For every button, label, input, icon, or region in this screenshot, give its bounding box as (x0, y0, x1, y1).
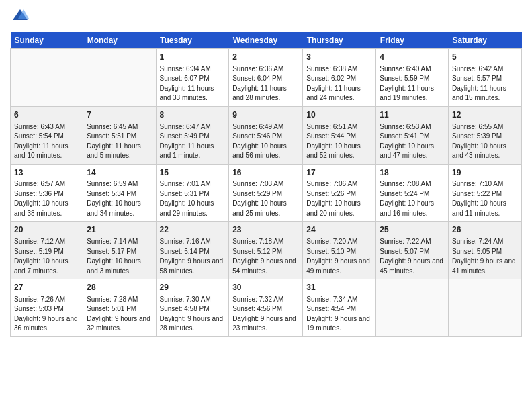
day-cell: 31Sunrise: 7:34 AMSunset: 4:54 PMDayligh… (303, 279, 376, 337)
day-cell: 29Sunrise: 7:30 AMSunset: 4:58 PMDayligh… (156, 279, 229, 337)
day-cell: 8Sunrise: 6:47 AMSunset: 5:49 PMDaylight… (156, 106, 229, 164)
day-detail: Sunrise: 7:22 AMSunset: 5:07 PMDaylight:… (380, 237, 445, 276)
week-row-4: 20Sunrise: 7:12 AMSunset: 5:19 PMDayligh… (11, 222, 522, 279)
day-number: 18 (380, 167, 445, 179)
day-number: 27 (14, 282, 79, 293)
day-cell: 23Sunrise: 7:18 AMSunset: 5:12 PMDayligh… (229, 222, 303, 279)
day-number: 24 (306, 224, 372, 236)
day-detail: Sunrise: 6:42 AMSunset: 5:57 PMDaylight:… (452, 64, 518, 103)
col-header-monday: Monday (83, 32, 156, 49)
header-row: SundayMondayTuesdayWednesdayThursdayFrid… (11, 32, 522, 49)
day-number: 9 (232, 109, 299, 121)
day-cell (376, 279, 449, 337)
day-cell: 16Sunrise: 7:03 AMSunset: 5:29 PMDayligh… (229, 164, 303, 222)
day-number: 3 (306, 52, 372, 63)
day-detail: Sunrise: 6:53 AMSunset: 5:41 PMDaylight:… (380, 122, 445, 161)
day-number: 21 (87, 224, 152, 236)
day-number: 8 (160, 109, 226, 121)
day-number: 2 (232, 52, 299, 63)
day-cell: 19Sunrise: 7:10 AMSunset: 5:22 PMDayligh… (449, 164, 522, 222)
day-number: 13 (14, 167, 79, 179)
day-number: 6 (14, 109, 79, 121)
day-cell: 18Sunrise: 7:08 AMSunset: 5:24 PMDayligh… (376, 164, 449, 222)
day-detail: Sunrise: 7:20 AMSunset: 5:10 PMDaylight:… (306, 237, 372, 276)
day-detail: Sunrise: 6:36 AMSunset: 6:04 PMDaylight:… (232, 64, 299, 103)
day-cell: 13Sunrise: 6:57 AMSunset: 5:36 PMDayligh… (11, 164, 83, 222)
week-row-3: 13Sunrise: 6:57 AMSunset: 5:36 PMDayligh… (11, 164, 522, 222)
day-detail: Sunrise: 6:47 AMSunset: 5:49 PMDaylight:… (160, 122, 226, 161)
day-detail: Sunrise: 7:10 AMSunset: 5:22 PMDaylight:… (452, 179, 518, 218)
day-detail: Sunrise: 7:24 AMSunset: 5:05 PMDaylight:… (452, 237, 518, 276)
day-number: 10 (306, 109, 372, 121)
week-row-2: 6Sunrise: 6:43 AMSunset: 5:54 PMDaylight… (11, 106, 522, 164)
calendar-table: SundayMondayTuesdayWednesdayThursdayFrid… (10, 32, 522, 337)
day-detail: Sunrise: 6:49 AMSunset: 5:46 PMDaylight:… (232, 122, 299, 161)
day-detail: Sunrise: 7:26 AMSunset: 5:03 PMDaylight:… (14, 295, 79, 334)
day-cell: 20Sunrise: 7:12 AMSunset: 5:19 PMDayligh… (11, 222, 83, 279)
day-number: 23 (232, 224, 299, 236)
day-cell: 22Sunrise: 7:16 AMSunset: 5:14 PMDayligh… (156, 222, 229, 279)
page: SundayMondayTuesdayWednesdayThursdayFrid… (0, 0, 532, 411)
day-cell: 7Sunrise: 6:45 AMSunset: 5:51 PMDaylight… (83, 106, 156, 164)
day-number: 25 (380, 224, 445, 236)
day-cell: 28Sunrise: 7:28 AMSunset: 5:01 PMDayligh… (83, 279, 156, 337)
day-cell: 27Sunrise: 7:26 AMSunset: 5:03 PMDayligh… (11, 279, 83, 337)
day-number: 19 (452, 167, 518, 179)
day-cell: 10Sunrise: 6:51 AMSunset: 5:44 PMDayligh… (303, 106, 376, 164)
day-number: 7 (87, 109, 152, 121)
day-number: 26 (452, 224, 518, 236)
day-cell: 17Sunrise: 7:06 AMSunset: 5:26 PMDayligh… (303, 164, 376, 222)
day-number: 22 (160, 224, 226, 236)
day-detail: Sunrise: 7:28 AMSunset: 5:01 PMDaylight:… (87, 295, 152, 334)
day-detail: Sunrise: 6:51 AMSunset: 5:44 PMDaylight:… (306, 122, 372, 161)
day-cell: 1Sunrise: 6:34 AMSunset: 6:07 PMDaylight… (156, 49, 229, 107)
col-header-saturday: Saturday (449, 32, 522, 49)
day-detail: Sunrise: 7:18 AMSunset: 5:12 PMDaylight:… (232, 237, 299, 276)
day-detail: Sunrise: 7:12 AMSunset: 5:19 PMDaylight:… (14, 237, 79, 276)
day-detail: Sunrise: 6:34 AMSunset: 6:07 PMDaylight:… (160, 64, 226, 103)
day-number: 14 (87, 167, 152, 179)
day-number: 1 (160, 52, 226, 63)
col-header-wednesday: Wednesday (229, 32, 303, 49)
col-header-tuesday: Tuesday (156, 32, 229, 49)
logo (10, 7, 33, 27)
day-detail: Sunrise: 7:34 AMSunset: 4:54 PMDaylight:… (306, 295, 372, 334)
day-detail: Sunrise: 6:59 AMSunset: 5:34 PMDaylight:… (87, 179, 152, 218)
day-detail: Sunrise: 7:32 AMSunset: 4:56 PMDaylight:… (232, 295, 299, 334)
day-cell: 5Sunrise: 6:42 AMSunset: 5:57 PMDaylight… (449, 49, 522, 107)
day-number: 16 (232, 167, 299, 179)
day-detail: Sunrise: 7:14 AMSunset: 5:17 PMDaylight:… (87, 237, 152, 276)
day-number: 11 (380, 109, 445, 121)
day-number: 4 (380, 52, 445, 63)
day-cell: 15Sunrise: 7:01 AMSunset: 5:31 PMDayligh… (156, 164, 229, 222)
header (10, 7, 522, 27)
day-cell: 21Sunrise: 7:14 AMSunset: 5:17 PMDayligh… (83, 222, 156, 279)
day-number: 31 (306, 282, 372, 293)
day-detail: Sunrise: 7:30 AMSunset: 4:58 PMDaylight:… (160, 295, 226, 334)
day-number: 29 (160, 282, 226, 293)
day-cell: 30Sunrise: 7:32 AMSunset: 4:56 PMDayligh… (229, 279, 303, 337)
day-detail: Sunrise: 7:03 AMSunset: 5:29 PMDaylight:… (232, 179, 299, 218)
day-detail: Sunrise: 6:57 AMSunset: 5:36 PMDaylight:… (14, 179, 79, 218)
day-cell: 24Sunrise: 7:20 AMSunset: 5:10 PMDayligh… (303, 222, 376, 279)
day-number: 12 (452, 109, 518, 121)
col-header-thursday: Thursday (303, 32, 376, 49)
day-cell: 3Sunrise: 6:38 AMSunset: 6:02 PMDaylight… (303, 49, 376, 107)
week-row-1: 1Sunrise: 6:34 AMSunset: 6:07 PMDaylight… (11, 49, 522, 107)
logo-icon (10, 7, 30, 27)
day-cell (11, 49, 83, 107)
day-number: 5 (452, 52, 518, 63)
day-cell: 25Sunrise: 7:22 AMSunset: 5:07 PMDayligh… (376, 222, 449, 279)
day-cell: 6Sunrise: 6:43 AMSunset: 5:54 PMDaylight… (11, 106, 83, 164)
col-header-friday: Friday (376, 32, 449, 49)
day-cell: 2Sunrise: 6:36 AMSunset: 6:04 PMDaylight… (229, 49, 303, 107)
day-cell: 9Sunrise: 6:49 AMSunset: 5:46 PMDaylight… (229, 106, 303, 164)
col-header-sunday: Sunday (11, 32, 83, 49)
day-detail: Sunrise: 6:45 AMSunset: 5:51 PMDaylight:… (87, 122, 152, 161)
day-cell: 12Sunrise: 6:55 AMSunset: 5:39 PMDayligh… (449, 106, 522, 164)
day-cell (449, 279, 522, 337)
day-detail: Sunrise: 6:55 AMSunset: 5:39 PMDaylight:… (452, 122, 518, 161)
day-cell: 11Sunrise: 6:53 AMSunset: 5:41 PMDayligh… (376, 106, 449, 164)
day-number: 30 (232, 282, 299, 293)
day-detail: Sunrise: 7:16 AMSunset: 5:14 PMDaylight:… (160, 237, 226, 276)
